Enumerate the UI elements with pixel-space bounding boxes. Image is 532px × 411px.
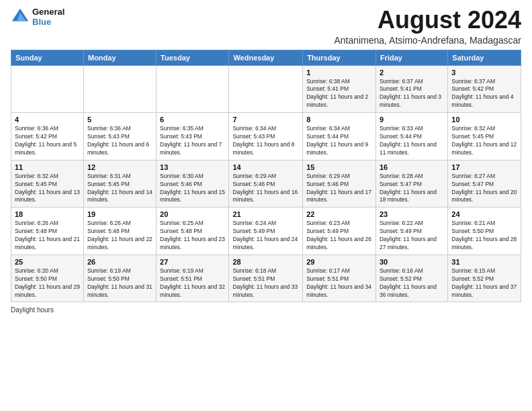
day-number: 20 xyxy=(160,210,225,218)
day-cell-1-4: 8Sunrise: 6:34 AM Sunset: 5:44 PM Daylig… xyxy=(303,113,376,161)
day-info: Sunrise: 6:34 AM Sunset: 5:44 PM Dayligh… xyxy=(306,125,372,157)
day-info: Sunrise: 6:17 AM Sunset: 5:51 PM Dayligh… xyxy=(306,267,372,300)
day-number: 22 xyxy=(306,210,372,218)
day-cell-2-1: 12Sunrise: 6:31 AM Sunset: 5:45 PM Dayli… xyxy=(83,160,156,208)
day-cell-1-0: 4Sunrise: 6:36 AM Sunset: 5:42 PM Daylig… xyxy=(11,113,84,161)
day-info: Sunrise: 6:36 AM Sunset: 5:43 PM Dayligh… xyxy=(87,125,152,157)
col-friday: Friday xyxy=(375,50,447,65)
day-cell-3-0: 18Sunrise: 6:26 AM Sunset: 5:48 PM Dayli… xyxy=(11,208,84,255)
day-cell-4-0: 25Sunrise: 6:20 AM Sunset: 5:50 PM Dayli… xyxy=(11,255,84,302)
day-cell-4-1: 26Sunrise: 6:19 AM Sunset: 5:50 PM Dayli… xyxy=(83,255,156,302)
col-thursday: Thursday xyxy=(303,50,376,65)
day-info: Sunrise: 6:30 AM Sunset: 5:46 PM Dayligh… xyxy=(160,173,225,205)
logo-icon xyxy=(11,7,30,26)
day-info: Sunrise: 6:22 AM Sunset: 5:49 PM Dayligh… xyxy=(380,220,444,252)
daylight-hours-label: Daylight hours xyxy=(11,306,54,314)
day-cell-4-5: 30Sunrise: 6:16 AM Sunset: 5:52 PM Dayli… xyxy=(375,255,447,302)
day-info: Sunrise: 6:36 AM Sunset: 5:42 PM Dayligh… xyxy=(15,125,80,157)
day-number: 27 xyxy=(160,258,225,266)
day-cell-4-4: 29Sunrise: 6:17 AM Sunset: 5:51 PM Dayli… xyxy=(303,255,376,302)
col-wednesday: Wednesday xyxy=(229,50,303,65)
logo: General Blue xyxy=(11,7,64,27)
day-cell-3-1: 19Sunrise: 6:26 AM Sunset: 5:48 PM Dayli… xyxy=(83,208,156,255)
day-number: 16 xyxy=(380,163,444,171)
day-info: Sunrise: 6:27 AM Sunset: 5:47 PM Dayligh… xyxy=(451,173,517,205)
day-cell-3-4: 22Sunrise: 6:23 AM Sunset: 5:49 PM Dayli… xyxy=(303,208,376,255)
day-info: Sunrise: 6:16 AM Sunset: 5:52 PM Dayligh… xyxy=(380,267,444,300)
day-info: Sunrise: 6:19 AM Sunset: 5:51 PM Dayligh… xyxy=(160,267,225,300)
day-number: 29 xyxy=(306,258,372,266)
day-cell-4-6: 31Sunrise: 6:15 AM Sunset: 5:52 PM Dayli… xyxy=(448,255,521,302)
day-cell-2-6: 17Sunrise: 6:27 AM Sunset: 5:47 PM Dayli… xyxy=(448,160,521,208)
day-info: Sunrise: 6:23 AM Sunset: 5:49 PM Dayligh… xyxy=(306,220,372,252)
day-cell-0-2 xyxy=(157,65,229,113)
day-number: 2 xyxy=(380,68,444,77)
day-info: Sunrise: 6:19 AM Sunset: 5:50 PM Dayligh… xyxy=(87,267,152,300)
day-info: Sunrise: 6:21 AM Sunset: 5:50 PM Dayligh… xyxy=(451,220,517,252)
day-cell-0-3 xyxy=(229,65,303,113)
day-info: Sunrise: 6:38 AM Sunset: 5:41 PM Dayligh… xyxy=(306,78,372,110)
day-cell-2-5: 16Sunrise: 6:28 AM Sunset: 5:47 PM Dayli… xyxy=(375,160,447,208)
day-number: 15 xyxy=(306,163,372,171)
day-cell-1-1: 5Sunrise: 6:36 AM Sunset: 5:43 PM Daylig… xyxy=(83,113,156,161)
day-cell-1-2: 6Sunrise: 6:35 AM Sunset: 5:43 PM Daylig… xyxy=(157,113,229,161)
day-number: 26 xyxy=(87,258,152,266)
day-info: Sunrise: 6:34 AM Sunset: 5:43 PM Dayligh… xyxy=(232,125,299,157)
day-cell-0-1 xyxy=(83,65,156,113)
day-cell-1-5: 9Sunrise: 6:33 AM Sunset: 5:44 PM Daylig… xyxy=(375,113,447,161)
day-number: 9 xyxy=(380,116,444,124)
day-number: 24 xyxy=(451,210,517,218)
main-title: August 2024 xyxy=(334,7,521,34)
day-info: Sunrise: 6:32 AM Sunset: 5:45 PM Dayligh… xyxy=(15,173,80,205)
col-tuesday: Tuesday xyxy=(157,50,229,65)
day-number: 23 xyxy=(380,210,444,218)
day-number: 13 xyxy=(160,163,225,171)
footer-note: Daylight hours xyxy=(11,306,521,314)
day-cell-1-3: 7Sunrise: 6:34 AM Sunset: 5:43 PM Daylig… xyxy=(229,113,303,161)
day-cell-3-5: 23Sunrise: 6:22 AM Sunset: 5:49 PM Dayli… xyxy=(375,208,447,255)
day-cell-3-2: 20Sunrise: 6:25 AM Sunset: 5:48 PM Dayli… xyxy=(157,208,229,255)
day-info: Sunrise: 6:29 AM Sunset: 5:46 PM Dayligh… xyxy=(306,173,372,205)
day-cell-2-2: 13Sunrise: 6:30 AM Sunset: 5:46 PM Dayli… xyxy=(157,160,229,208)
calendar-header-row: Sunday Monday Tuesday Wednesday Thursday… xyxy=(11,50,521,65)
day-cell-0-6: 3Sunrise: 6:37 AM Sunset: 5:42 PM Daylig… xyxy=(448,65,521,113)
day-info: Sunrise: 6:24 AM Sunset: 5:49 PM Dayligh… xyxy=(232,220,299,252)
week-row-5: 25Sunrise: 6:20 AM Sunset: 5:50 PM Dayli… xyxy=(11,255,521,302)
day-info: Sunrise: 6:26 AM Sunset: 5:48 PM Dayligh… xyxy=(15,220,80,252)
week-row-3: 11Sunrise: 6:32 AM Sunset: 5:45 PM Dayli… xyxy=(11,160,521,208)
day-number: 18 xyxy=(15,210,80,218)
week-row-4: 18Sunrise: 6:26 AM Sunset: 5:48 PM Dayli… xyxy=(11,208,521,255)
day-number: 12 xyxy=(87,163,152,171)
day-number: 10 xyxy=(451,116,517,124)
day-cell-4-2: 27Sunrise: 6:19 AM Sunset: 5:51 PM Dayli… xyxy=(157,255,229,302)
col-sunday: Sunday xyxy=(11,50,84,65)
day-number: 8 xyxy=(306,116,372,124)
day-info: Sunrise: 6:20 AM Sunset: 5:50 PM Dayligh… xyxy=(15,267,80,300)
day-number: 21 xyxy=(232,210,299,218)
day-info: Sunrise: 6:32 AM Sunset: 5:45 PM Dayligh… xyxy=(451,125,517,157)
day-number: 25 xyxy=(15,258,80,266)
title-area: August 2024 Antanimena, Atsimo-Andrefana… xyxy=(334,7,521,46)
day-number: 6 xyxy=(160,116,225,124)
day-number: 28 xyxy=(232,258,299,266)
page: General Blue August 2024 Antanimena, Ats… xyxy=(0,0,532,320)
day-info: Sunrise: 6:37 AM Sunset: 5:41 PM Dayligh… xyxy=(380,78,444,110)
day-cell-0-5: 2Sunrise: 6:37 AM Sunset: 5:41 PM Daylig… xyxy=(375,65,447,113)
day-cell-3-6: 24Sunrise: 6:21 AM Sunset: 5:50 PM Dayli… xyxy=(448,208,521,255)
day-info: Sunrise: 6:28 AM Sunset: 5:47 PM Dayligh… xyxy=(380,173,444,205)
day-number: 4 xyxy=(15,116,80,124)
day-number: 17 xyxy=(451,163,517,171)
day-number: 7 xyxy=(232,116,299,124)
day-number: 3 xyxy=(451,68,517,77)
day-info: Sunrise: 6:37 AM Sunset: 5:42 PM Dayligh… xyxy=(451,78,517,110)
subtitle: Antanimena, Atsimo-Andrefana, Madagascar xyxy=(334,35,521,46)
day-number: 19 xyxy=(87,210,152,218)
logo-text: General Blue xyxy=(32,7,64,27)
week-row-1: 1Sunrise: 6:38 AM Sunset: 5:41 PM Daylig… xyxy=(11,65,521,113)
day-info: Sunrise: 6:33 AM Sunset: 5:44 PM Dayligh… xyxy=(380,125,444,157)
day-number: 14 xyxy=(232,163,299,171)
day-info: Sunrise: 6:29 AM Sunset: 5:46 PM Dayligh… xyxy=(232,173,299,205)
day-number: 1 xyxy=(306,68,372,77)
day-cell-2-4: 15Sunrise: 6:29 AM Sunset: 5:46 PM Dayli… xyxy=(303,160,376,208)
day-cell-4-3: 28Sunrise: 6:18 AM Sunset: 5:51 PM Dayli… xyxy=(229,255,303,302)
